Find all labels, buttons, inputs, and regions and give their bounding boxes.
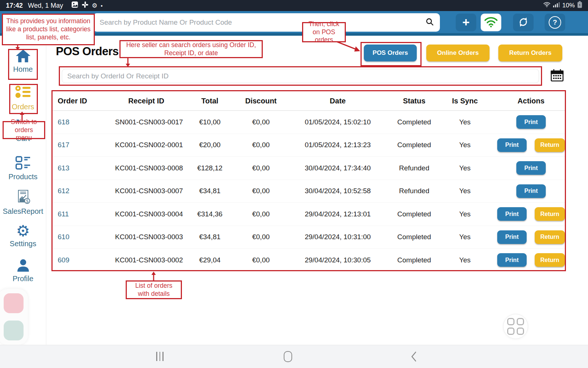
gallery-icon: [71, 1, 78, 10]
tab-online-orders[interactable]: Online Orders: [426, 45, 490, 61]
column-header: Status: [396, 97, 433, 105]
order-id-cell[interactable]: 609: [53, 256, 115, 264]
return-button[interactable]: Return: [535, 253, 565, 267]
battery-icon: [577, 1, 582, 10]
actions-cell: Print: [497, 184, 565, 198]
calendar-icon: [550, 78, 564, 84]
settings-gear-icon: ⚙: [16, 222, 30, 240]
return-button[interactable]: Return: [535, 138, 565, 152]
column-header: Total: [178, 97, 242, 105]
print-button[interactable]: Print: [497, 253, 527, 267]
annotation-orders-list: List of orders with details: [126, 280, 182, 299]
sidebar-item-label: Profile: [0, 275, 46, 283]
product-search-input[interactable]: [99, 18, 425, 27]
sidebar-item-products[interactable]: Products: [0, 156, 46, 181]
status-cell: Completed: [396, 118, 433, 126]
calendar-button[interactable]: [549, 68, 565, 83]
print-button[interactable]: Print: [497, 207, 527, 221]
total-cell: €34,81: [178, 233, 242, 241]
help-button[interactable]: ?: [545, 14, 565, 31]
sidebar-item-salesreport[interactable]: $ SalesReport: [0, 189, 46, 216]
sidebar-item-label: Products: [0, 173, 46, 181]
search-icon[interactable]: [425, 17, 434, 28]
recents-button[interactable]: [156, 352, 164, 361]
actions-cell: Print: [497, 161, 565, 175]
status-cell: Refunded: [396, 187, 433, 195]
actions-cell: PrintReturn: [497, 138, 565, 152]
wifi-status-button[interactable]: [481, 14, 501, 31]
quick-menu-fab[interactable]: [503, 314, 528, 339]
orders-table-body: 618SN001-CSN003-0017€10,00€0,0001/05/202…: [53, 111, 565, 272]
return-button[interactable]: Return: [535, 207, 565, 221]
tab-pos-orders[interactable]: POS Orders: [364, 45, 417, 61]
sidebar-item-label: Settings: [0, 240, 46, 248]
signal-icon: [553, 2, 560, 9]
battery-percent: 10%: [562, 2, 575, 9]
discount-cell: €0,00: [242, 164, 280, 172]
sidebar-item-label: SalesReport: [0, 207, 46, 216]
svg-text:$: $: [26, 199, 28, 204]
date-cell: 29/04/2024, 10:30:05: [280, 256, 396, 264]
is-sync-cell: Yes: [433, 141, 497, 149]
receipt-id-cell: KC001-CSN003-0004: [115, 210, 178, 218]
help-icon: ?: [549, 16, 561, 29]
floating-dialer-icon[interactable]: [4, 293, 24, 313]
status-left: 17:42 Wed, 1 May ⚙ •: [6, 1, 103, 10]
print-button[interactable]: Print: [516, 115, 546, 129]
order-id-cell[interactable]: 618: [53, 118, 115, 126]
total-cell: €20,00: [178, 141, 242, 149]
discount-cell: €0,00: [242, 187, 280, 195]
table-row: 618SN001-CSN003-0017€10,00€0,0001/05/202…: [53, 111, 565, 134]
receipt-id-cell: KC001-CSN002-0001: [115, 141, 178, 149]
discount-cell: €0,00: [242, 118, 280, 126]
order-id-cell[interactable]: 610: [53, 233, 115, 241]
status-cell: Refunded: [396, 164, 433, 172]
print-button[interactable]: Print: [497, 230, 527, 244]
discount-cell: €0,00: [242, 141, 280, 149]
annotation-sidebar-info: This provides you information like a pro…: [2, 14, 95, 45]
actions-cell: Print: [497, 115, 565, 129]
home-button[interactable]: [284, 351, 292, 362]
receipt-id-cell: KC001-CSN003-0007: [115, 187, 178, 195]
sidebar-item-settings[interactable]: ⚙ Settings: [0, 223, 46, 248]
home-icon: [15, 58, 31, 64]
wifi-icon: [484, 17, 498, 29]
tab-return-orders[interactable]: Return Orders: [498, 45, 562, 61]
print-button[interactable]: Print: [516, 161, 546, 175]
order-id-cell[interactable]: 611: [53, 210, 115, 218]
floating-window-icon[interactable]: [4, 321, 24, 340]
total-cell: €10,00: [178, 118, 242, 126]
print-button[interactable]: Print: [497, 138, 527, 152]
column-header: Is Sync: [433, 97, 497, 105]
clock: 17:42: [6, 2, 23, 10]
return-button[interactable]: Return: [535, 230, 565, 244]
sidebar-item-orders[interactable]: Orders: [0, 85, 46, 111]
sidebar-item-home[interactable]: Home: [0, 49, 46, 74]
print-button[interactable]: Print: [516, 184, 546, 198]
date: Wed, 1 May: [28, 2, 63, 10]
discount-cell: €0,00: [242, 233, 280, 241]
back-button[interactable]: [411, 351, 417, 363]
column-header: Receipt ID: [115, 97, 178, 105]
sidebar-item-label: Orders: [0, 103, 46, 111]
gear-notification-icon: ⚙: [92, 3, 97, 9]
receipt-id-cell: KC001-CSN003-0008: [115, 164, 178, 172]
total-cell: €34,81: [178, 187, 242, 195]
add-button[interactable]: +: [456, 14, 476, 31]
status-cell: Completed: [396, 233, 433, 241]
is-sync-cell: Yes: [433, 187, 497, 195]
pos-app-screen: 17:42 Wed, 1 May ⚙ • 10%: [0, 0, 588, 368]
annotation-orders-menu: Switch to orders menu: [3, 121, 45, 139]
is-sync-cell: Yes: [433, 118, 497, 126]
order-id-cell[interactable]: 613: [53, 164, 115, 172]
sidebar-item-profile[interactable]: Profile: [0, 258, 46, 283]
sync-button[interactable]: [513, 14, 534, 31]
order-id-cell[interactable]: 612: [53, 187, 115, 195]
order-search-input[interactable]: [62, 69, 539, 83]
profile-icon: [16, 267, 31, 273]
orders-table: Order IDReceipt IDTotalDiscountDateStatu…: [51, 90, 566, 271]
actions-cell: PrintReturn: [497, 230, 565, 244]
edge-panel-handle[interactable]: [0, 289, 28, 345]
total-cell: €314,36: [178, 210, 242, 218]
order-id-cell[interactable]: 617: [53, 141, 115, 149]
